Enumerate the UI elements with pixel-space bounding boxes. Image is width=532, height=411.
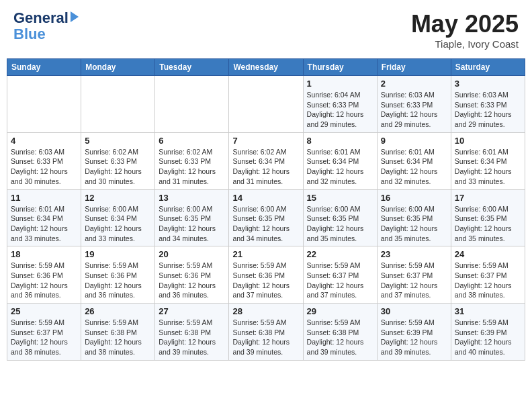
- day-info: Sunrise: 5:59 AMSunset: 6:37 PMDaylight:…: [455, 261, 521, 300]
- weekday-header-monday: Monday: [81, 59, 155, 76]
- day-number: 17: [455, 193, 521, 203]
- weekday-header-saturday: Saturday: [451, 59, 525, 76]
- day-info: Sunrise: 5:59 AMSunset: 6:38 PMDaylight:…: [307, 318, 373, 357]
- calendar-cell: 3Sunrise: 6:03 AMSunset: 6:33 PMDaylight…: [451, 76, 525, 133]
- day-info: Sunrise: 5:59 AMSunset: 6:37 PMDaylight:…: [381, 261, 447, 300]
- day-info: Sunrise: 6:03 AMSunset: 6:33 PMDaylight:…: [455, 90, 521, 130]
- day-number: 1: [307, 79, 373, 89]
- day-number: 31: [455, 306, 521, 316]
- weekday-header-tuesday: Tuesday: [155, 59, 229, 76]
- calendar-cell: 23Sunrise: 5:59 AMSunset: 6:37 PMDayligh…: [377, 246, 451, 304]
- day-number: 13: [159, 193, 225, 203]
- calendar-cell: 10Sunrise: 6:01 AMSunset: 6:34 PMDayligh…: [451, 132, 525, 189]
- day-info: Sunrise: 5:59 AMSunset: 6:36 PMDaylight:…: [11, 261, 77, 300]
- day-number: 26: [85, 306, 151, 316]
- calendar-cell: 31Sunrise: 5:59 AMSunset: 6:39 PMDayligh…: [451, 304, 525, 361]
- day-number: 19: [85, 249, 151, 259]
- day-number: 16: [381, 193, 447, 203]
- calendar-cell: 28Sunrise: 5:59 AMSunset: 6:38 PMDayligh…: [229, 304, 303, 361]
- calendar-cell: [7, 76, 81, 133]
- day-number: 11: [11, 193, 77, 203]
- day-info: Sunrise: 6:00 AMSunset: 6:34 PMDaylight:…: [85, 204, 151, 244]
- title-block: May 2025 Tiaple, Ivory Coast: [411, 10, 519, 50]
- logo: General Blue: [13, 10, 79, 42]
- day-info: Sunrise: 5:59 AMSunset: 6:38 PMDaylight:…: [232, 318, 299, 357]
- calendar-cell: 22Sunrise: 5:59 AMSunset: 6:37 PMDayligh…: [303, 246, 377, 304]
- week-row-5: 25Sunrise: 5:59 AMSunset: 6:37 PMDayligh…: [7, 304, 525, 361]
- day-info: Sunrise: 5:59 AMSunset: 6:39 PMDaylight:…: [381, 318, 447, 357]
- calendar-cell: 30Sunrise: 5:59 AMSunset: 6:39 PMDayligh…: [377, 304, 451, 361]
- calendar-cell: 21Sunrise: 5:59 AMSunset: 6:36 PMDayligh…: [229, 246, 303, 304]
- day-info: Sunrise: 5:59 AMSunset: 6:37 PMDaylight:…: [11, 318, 77, 357]
- calendar-cell: [229, 76, 303, 133]
- logo-blue-text: Blue: [13, 26, 46, 42]
- calendar-cell: 13Sunrise: 6:00 AMSunset: 6:35 PMDayligh…: [155, 189, 229, 246]
- day-number: 20: [159, 249, 225, 259]
- day-number: 10: [455, 136, 521, 146]
- calendar-cell: 26Sunrise: 5:59 AMSunset: 6:38 PMDayligh…: [81, 304, 155, 361]
- day-info: Sunrise: 5:59 AMSunset: 6:36 PMDaylight:…: [159, 261, 225, 300]
- calendar-title: May 2025: [411, 10, 519, 38]
- day-info: Sunrise: 5:59 AMSunset: 6:36 PMDaylight:…: [232, 261, 299, 300]
- day-info: Sunrise: 6:02 AMSunset: 6:33 PMDaylight:…: [159, 147, 225, 187]
- calendar-cell: 16Sunrise: 6:00 AMSunset: 6:35 PMDayligh…: [377, 189, 451, 246]
- day-info: Sunrise: 6:01 AMSunset: 6:34 PMDaylight:…: [307, 147, 373, 187]
- weekday-header-thursday: Thursday: [303, 59, 377, 76]
- day-number: 8: [307, 136, 373, 146]
- calendar-subtitle: Tiaple, Ivory Coast: [411, 38, 519, 50]
- day-number: 4: [11, 136, 77, 146]
- day-number: 30: [381, 306, 447, 316]
- day-info: Sunrise: 5:59 AMSunset: 6:38 PMDaylight:…: [85, 318, 151, 357]
- calendar-cell: 7Sunrise: 6:02 AMSunset: 6:34 PMDaylight…: [229, 132, 303, 189]
- calendar-cell: 20Sunrise: 5:59 AMSunset: 6:36 PMDayligh…: [155, 246, 229, 304]
- day-info: Sunrise: 6:03 AMSunset: 6:33 PMDaylight:…: [11, 147, 77, 187]
- day-number: 15: [307, 193, 373, 203]
- logo-triangle-icon: [71, 11, 79, 22]
- week-row-3: 11Sunrise: 6:01 AMSunset: 6:34 PMDayligh…: [7, 189, 525, 246]
- day-number: 5: [85, 136, 151, 146]
- calendar-table: SundayMondayTuesdayWednesdayThursdayFrid…: [7, 58, 525, 361]
- calendar-cell: 1Sunrise: 6:04 AMSunset: 6:33 PMDaylight…: [303, 76, 377, 133]
- calendar-cell: 14Sunrise: 6:00 AMSunset: 6:35 PMDayligh…: [229, 189, 303, 246]
- calendar-cell: 24Sunrise: 5:59 AMSunset: 6:37 PMDayligh…: [451, 246, 525, 304]
- calendar-cell: 12Sunrise: 6:00 AMSunset: 6:34 PMDayligh…: [81, 189, 155, 246]
- day-info: Sunrise: 6:00 AMSunset: 6:35 PMDaylight:…: [159, 204, 225, 244]
- calendar-cell: 15Sunrise: 6:00 AMSunset: 6:35 PMDayligh…: [303, 189, 377, 246]
- day-number: 21: [232, 249, 299, 259]
- day-number: 9: [381, 136, 447, 146]
- calendar-cell: 5Sunrise: 6:02 AMSunset: 6:33 PMDaylight…: [81, 132, 155, 189]
- calendar-cell: 19Sunrise: 5:59 AMSunset: 6:36 PMDayligh…: [81, 246, 155, 304]
- day-number: 7: [232, 136, 299, 146]
- day-info: Sunrise: 5:59 AMSunset: 6:37 PMDaylight:…: [307, 261, 373, 300]
- day-info: Sunrise: 6:04 AMSunset: 6:33 PMDaylight:…: [307, 90, 373, 130]
- day-number: 2: [381, 79, 447, 89]
- day-info: Sunrise: 6:02 AMSunset: 6:34 PMDaylight:…: [232, 147, 299, 187]
- day-info: Sunrise: 6:03 AMSunset: 6:33 PMDaylight:…: [381, 90, 447, 130]
- weekday-header-wednesday: Wednesday: [229, 59, 303, 76]
- day-number: 28: [232, 306, 299, 316]
- week-row-2: 4Sunrise: 6:03 AMSunset: 6:33 PMDaylight…: [7, 132, 525, 189]
- calendar-cell: 25Sunrise: 5:59 AMSunset: 6:37 PMDayligh…: [7, 304, 81, 361]
- day-number: 14: [232, 193, 299, 203]
- weekday-header-friday: Friday: [377, 59, 451, 76]
- calendar-cell: 18Sunrise: 5:59 AMSunset: 6:36 PMDayligh…: [7, 246, 81, 304]
- day-number: 22: [307, 249, 373, 259]
- day-number: 3: [455, 79, 521, 89]
- weekday-header-sunday: Sunday: [7, 59, 81, 76]
- calendar-cell: 6Sunrise: 6:02 AMSunset: 6:33 PMDaylight…: [155, 132, 229, 189]
- calendar-cell: 11Sunrise: 6:01 AMSunset: 6:34 PMDayligh…: [7, 189, 81, 246]
- day-info: Sunrise: 6:00 AMSunset: 6:35 PMDaylight:…: [307, 204, 373, 244]
- day-number: 23: [381, 249, 447, 259]
- day-info: Sunrise: 6:01 AMSunset: 6:34 PMDaylight:…: [11, 204, 77, 244]
- calendar-cell: 27Sunrise: 5:59 AMSunset: 6:38 PMDayligh…: [155, 304, 229, 361]
- day-number: 27: [159, 306, 225, 316]
- day-number: 25: [11, 306, 77, 316]
- day-info: Sunrise: 6:00 AMSunset: 6:35 PMDaylight:…: [455, 204, 521, 244]
- calendar-cell: 17Sunrise: 6:00 AMSunset: 6:35 PMDayligh…: [451, 189, 525, 246]
- day-number: 29: [307, 306, 373, 316]
- day-info: Sunrise: 6:02 AMSunset: 6:33 PMDaylight:…: [85, 147, 151, 187]
- week-row-1: 1Sunrise: 6:04 AMSunset: 6:33 PMDaylight…: [7, 76, 525, 133]
- day-info: Sunrise: 6:01 AMSunset: 6:34 PMDaylight:…: [455, 147, 521, 187]
- calendar-cell: 29Sunrise: 5:59 AMSunset: 6:38 PMDayligh…: [303, 304, 377, 361]
- day-info: Sunrise: 6:00 AMSunset: 6:35 PMDaylight:…: [232, 204, 299, 244]
